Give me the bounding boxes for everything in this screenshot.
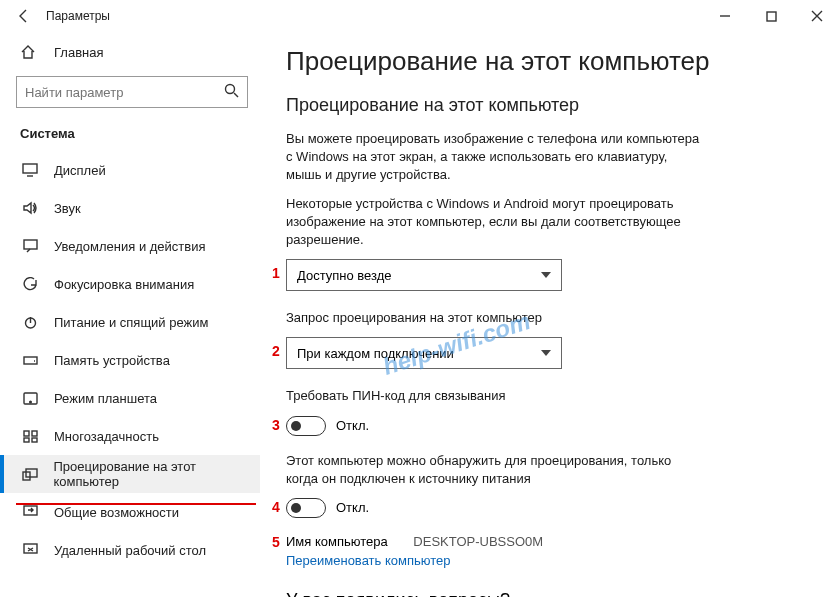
nav-storage[interactable]: Память устройства (0, 341, 260, 379)
svg-point-7 (29, 401, 31, 403)
description-2: Некоторые устройства с Windows и Android… (286, 195, 706, 250)
svg-rect-0 (767, 12, 776, 21)
home-icon (20, 44, 40, 60)
search-icon (224, 83, 239, 102)
pcname-label: Имя компьютера (286, 534, 388, 549)
nav-label: Память устройства (54, 353, 170, 368)
minimize-button[interactable] (702, 0, 748, 32)
nav-notifications[interactable]: Уведомления и действия (0, 227, 260, 265)
svg-rect-15 (24, 544, 37, 553)
svg-rect-5 (24, 357, 37, 364)
pcname-value: DESKTOP-UBSSO0M (413, 534, 543, 549)
page-title: Проецирование на этот компьютер (286, 46, 816, 77)
nav-label: Общие возможности (54, 505, 179, 520)
nav-label: Удаленный рабочий стол (54, 543, 206, 558)
power-toggle[interactable] (286, 498, 326, 518)
nav-multitask[interactable]: Многозадачность (0, 417, 260, 455)
availability-select[interactable]: Доступно везде (286, 259, 562, 291)
display-icon (20, 163, 40, 177)
select-value: При каждом подключении (297, 346, 454, 361)
annotation-1: 1 (272, 265, 280, 281)
home-label: Главная (54, 45, 103, 60)
notifications-icon (20, 239, 40, 253)
remote-icon (20, 543, 40, 557)
nav-focus[interactable]: Фокусировка внимания (0, 265, 260, 303)
projecting-icon (20, 468, 40, 481)
nav-label: Питание и спящий режим (54, 315, 208, 330)
svg-rect-8 (24, 431, 29, 436)
svg-rect-9 (32, 431, 37, 436)
search-box[interactable] (16, 76, 248, 108)
svg-point-1 (226, 84, 235, 93)
home-nav[interactable]: Главная (0, 32, 260, 72)
nav-label: Многозадачность (54, 429, 159, 444)
nav-shared[interactable]: Общие возможности (0, 493, 260, 531)
svg-rect-3 (24, 240, 37, 249)
nav-label: Звук (54, 201, 81, 216)
svg-rect-11 (32, 438, 37, 442)
annotation-4: 4 (272, 499, 280, 515)
maximize-button[interactable] (748, 0, 794, 32)
sidebar: Главная Система Дисплей Звук Уведомления… (0, 32, 268, 597)
search-input[interactable] (25, 85, 224, 100)
nav-sound[interactable]: Звук (0, 189, 260, 227)
nav-label: Дисплей (54, 163, 106, 178)
multitask-icon (20, 430, 40, 443)
svg-rect-10 (24, 438, 29, 442)
page-subtitle: Проецирование на этот компьютер (286, 95, 816, 116)
label-power-discovery: Этот компьютер можно обнаружить для прое… (286, 452, 706, 488)
select-value: Доступно везде (297, 268, 392, 283)
power-icon (20, 315, 40, 330)
shared-icon (20, 505, 40, 519)
request-select[interactable]: При каждом подключении (286, 337, 562, 369)
storage-icon (20, 354, 40, 366)
nav-label: Проецирование на этот компьютер (54, 459, 261, 489)
label-pin: Требовать ПИН-код для связывания (286, 387, 706, 405)
annotation-2: 2 (272, 343, 280, 359)
close-button[interactable] (794, 0, 840, 32)
nav-label: Уведомления и действия (54, 239, 206, 254)
back-button[interactable] (8, 8, 40, 24)
focus-icon (20, 277, 40, 292)
svg-rect-12 (26, 469, 37, 477)
questions-heading: У вас появились вопросы? (286, 590, 816, 597)
window-title: Параметры (46, 9, 110, 23)
tablet-icon (20, 392, 40, 405)
pin-toggle-label: Откл. (336, 418, 369, 433)
nav-remote[interactable]: Удаленный рабочий стол (0, 531, 260, 569)
nav-projecting[interactable]: Проецирование на этот компьютер (0, 455, 260, 493)
annotation-5: 5 (272, 534, 280, 550)
nav-display[interactable]: Дисплей (0, 151, 260, 189)
description-1: Вы можете проецировать изображение с тел… (286, 130, 706, 185)
main-content: Проецирование на этот компьютер Проециро… (268, 32, 840, 597)
svg-rect-2 (23, 164, 37, 173)
section-title: Система (0, 116, 260, 151)
label-request: Запрос проецирования на этот компьютер (286, 309, 706, 327)
nav-label: Режим планшета (54, 391, 157, 406)
nav-label: Фокусировка внимания (54, 277, 194, 292)
nav-power[interactable]: Питание и спящий режим (0, 303, 260, 341)
sound-icon (20, 201, 40, 215)
rename-link[interactable]: Переименовать компьютер (286, 553, 816, 568)
nav-tablet[interactable]: Режим планшета (0, 379, 260, 417)
power-toggle-label: Откл. (336, 500, 369, 515)
pin-toggle[interactable] (286, 416, 326, 436)
annotation-3: 3 (272, 417, 280, 433)
